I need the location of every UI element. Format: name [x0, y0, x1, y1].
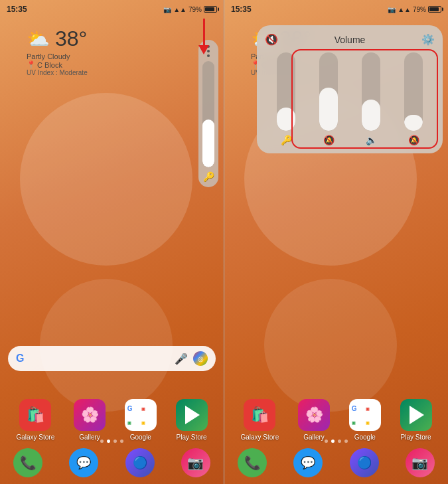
search-bar-1[interactable]: G 🎤 ◎: [8, 346, 216, 371]
page-dot-2: [325, 440, 328, 443]
galaxy-store-icon-1[interactable]: 🛍️: [19, 399, 51, 431]
galaxy-store-icon-2[interactable]: 🛍️: [244, 399, 275, 431]
play-store-icon-1[interactable]: [176, 399, 208, 431]
vol-slider-track-ring[interactable]: [319, 52, 338, 131]
google-icon-2[interactable]: G ▣ ▣ ▣: [349, 399, 381, 431]
flower-icon-1: 🌸: [81, 406, 99, 424]
gallery-label-1: Gallery: [79, 434, 100, 441]
arrow-line: [203, 19, 205, 45]
vol-dot: [207, 54, 210, 57]
volume-panel-header: 🔇 Volume ⚙️: [265, 33, 435, 46]
battery-text-2: 79%: [413, 6, 426, 13]
google-label-1: Google: [130, 434, 151, 441]
play-store-icon-2[interactable]: [400, 399, 432, 431]
page-dot-2: [344, 440, 348, 443]
status-bar-1: 15:35 📷 ▲▲ 79%: [0, 0, 224, 19]
play-triangle-2: [410, 406, 424, 424]
page-dot-active-2: [331, 440, 335, 443]
weather-uv-1: UV Index : Moderate: [27, 69, 88, 76]
weather-icon-1: ⛅: [27, 28, 50, 50]
status-bar-2: 15:35 📷 ▲▲ 79%: [224, 0, 448, 19]
vol-key-icon-1: 🔑: [203, 171, 214, 182]
weather-location-1: 📍 C Block: [27, 60, 88, 69]
messages-icon-2[interactable]: 💬: [293, 448, 323, 477]
app-play-store-2[interactable]: Play Store: [400, 399, 432, 441]
location-icon-1: 📍: [27, 60, 36, 69]
vol-icon-system: 🔕: [408, 135, 419, 145]
app-dock-1: 🛍️ Galaxy Store 🌸 Gallery G ▣ ▣ ▣ Google: [0, 399, 224, 441]
weather-temp-1: ⛅ 38°: [27, 27, 88, 51]
status-icons-2: 📷 ▲▲ 79%: [388, 6, 441, 13]
vol-icon-ring: 🔕: [323, 135, 335, 145]
panel-1: 15:35 📷 ▲▲ 79% ⛅ 38° Partly Cloudy 📍 C B…: [0, 0, 224, 484]
app-play-store-1[interactable]: Play Store: [176, 399, 208, 441]
phone-icon-2[interactable]: 📞: [238, 448, 267, 477]
screenshot-icon-2: 📷: [388, 6, 396, 13]
camera-icon-1[interactable]: 📷: [181, 448, 210, 477]
volume-panel-title: Volume: [335, 35, 366, 45]
volume-panel-overlay[interactable]: 🔇 Volume ⚙️ 🔑 🔕: [257, 25, 443, 153]
play-triangle-1: [185, 406, 200, 424]
flower-icon-2: 🌸: [305, 406, 323, 424]
vol-slider-system[interactable]: 🔕: [395, 52, 432, 145]
vol-slider-fill-notification: [362, 100, 380, 131]
vol-slider-track-notification[interactable]: [362, 52, 380, 131]
app-google-1[interactable]: G ▣ ▣ ▣ Google: [125, 399, 157, 441]
status-time-2: 15:35: [231, 5, 252, 14]
galaxy-store-label-1: Galaxy Store: [16, 434, 54, 441]
vol-icon-notification: 🔈: [366, 135, 377, 145]
vol-slider-track-media[interactable]: [277, 52, 295, 131]
messages-icon-1[interactable]: 💬: [69, 448, 98, 477]
panel-2: 15:35 📷 ▲▲ 79% ⛅ 38° Partly Cloudy 📍 C B…: [224, 0, 448, 484]
screenshot-icon: 📷: [163, 6, 171, 13]
status-icons-1: 📷 ▲▲ 79%: [163, 6, 217, 13]
arrow-head: [198, 45, 209, 54]
vol-slider-fill-system: [404, 115, 423, 131]
red-arrow: [198, 19, 209, 54]
vol-slider-notification[interactable]: 🔈: [352, 52, 390, 145]
weather-widget-1: ⛅ 38° Partly Cloudy 📍 C Block UV Index :…: [27, 27, 88, 76]
vol-sliders-row: 🔑 🔕 🔈: [265, 52, 435, 145]
gallery-icon-2[interactable]: 🌸: [298, 399, 330, 431]
wifi-icon-2: ▲▲: [398, 6, 411, 13]
vol-icon-media: 🔑: [281, 135, 292, 145]
google-g-logo: G: [16, 353, 24, 364]
app-galaxy-store-1[interactable]: 🛍️ Galaxy Store: [16, 399, 54, 441]
vol-mute-icon[interactable]: 🔇: [265, 33, 278, 46]
app-dock-2: 🛍️ Galaxy Store 🌸 Gallery G ▣ ▣ ▣ Google: [224, 399, 448, 441]
mic-icon-1[interactable]: 🎤: [175, 353, 188, 365]
google-icon-1[interactable]: G ▣ ▣ ▣: [125, 399, 157, 431]
status-time-1: 15:35: [7, 5, 27, 14]
play-store-label-1: Play Store: [177, 434, 207, 441]
lens-icon-1[interactable]: ◎: [193, 351, 208, 366]
battery-icon-2: [428, 6, 441, 13]
camera-icon-2[interactable]: 📷: [406, 448, 435, 477]
app-gallery-1[interactable]: 🌸 Gallery: [74, 399, 106, 441]
gallery-icon-1[interactable]: 🌸: [74, 399, 106, 431]
bottom-nav-2: 📞 💬 🔵 📷: [224, 448, 448, 477]
volume-slider-1[interactable]: 🔑: [198, 40, 218, 187]
vol-slider-fill-ring: [319, 88, 338, 131]
phone-icon-1[interactable]: 📞: [13, 448, 42, 477]
vol-track-1[interactable]: [202, 61, 214, 167]
battery-text: 79%: [188, 6, 202, 13]
battery-icon: [204, 6, 217, 13]
samsung-icon-2[interactable]: 🔵: [350, 448, 379, 477]
vol-slider-media[interactable]: 🔑: [267, 52, 305, 145]
vol-gear-icon[interactable]: ⚙️: [421, 33, 435, 46]
app-google-2[interactable]: G ▣ ▣ ▣ Google: [349, 399, 381, 441]
page-dots-2: [224, 440, 448, 443]
app-gallery-2[interactable]: 🌸 Gallery: [298, 399, 330, 441]
wifi-icon: ▲▲: [173, 6, 187, 13]
weather-condition-1: Partly Cloudy: [27, 52, 88, 60]
vol-fill-1: [202, 120, 214, 167]
samsung-icon-1[interactable]: 🔵: [125, 448, 155, 477]
app-galaxy-store-2[interactable]: 🛍️ Galaxy Store: [240, 399, 279, 441]
vol-slider-ring[interactable]: 🔕: [310, 52, 347, 145]
page-dot-2: [338, 440, 341, 443]
bottom-nav-1: 📞 💬 🔵 📷: [0, 448, 224, 477]
vol-slider-track-system[interactable]: [404, 52, 423, 131]
vol-sliders-container: 🔑 🔕 🔈: [265, 52, 435, 145]
vol-slider-fill-media: [277, 108, 295, 131]
